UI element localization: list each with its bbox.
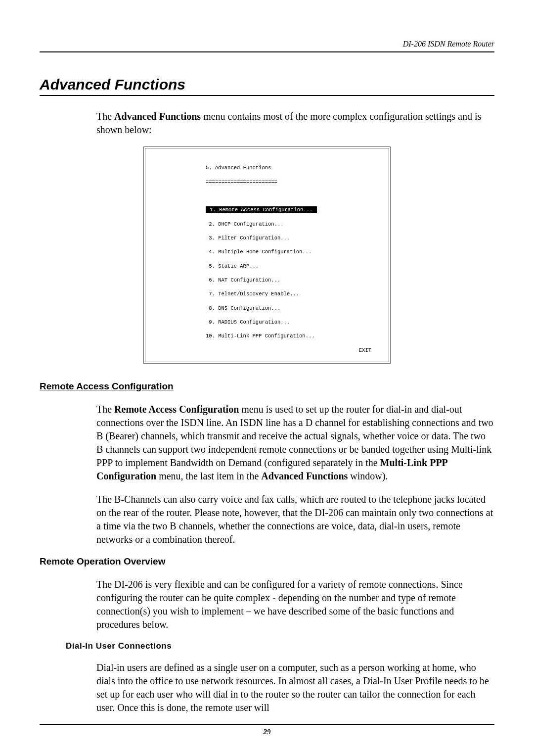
terminal-menu-item: 6. NAT Configuration... (206, 277, 383, 284)
title-underline (40, 95, 494, 96)
page-number: 29 (40, 728, 494, 736)
terminal-menu-item: 3. Filter Configuration... (206, 235, 383, 241)
terminal-menu-item: 4. Multiple Home Configuration... (206, 248, 383, 255)
section-heading-remote-access: Remote Access Configuration (40, 381, 494, 392)
terminal-menu-item: 9. RADIUS Configuration... (206, 319, 383, 326)
intro-paragraph: The Advanced Functions menu contains mos… (96, 110, 494, 137)
terminal-menu-item: 7. Telnet/Discovery Enable... (206, 290, 383, 297)
terminal-underline: ======================= (206, 179, 383, 186)
remote-operation-para1: The DI-206 is very flexible and can be c… (96, 578, 494, 631)
terminal-menu-item: 5. Static ARP... (206, 263, 383, 270)
terminal-title: 5. Advanced Functions (206, 164, 383, 171)
page-title: Advanced Functions (40, 76, 494, 93)
terminal-exit: EXIT (359, 347, 371, 354)
terminal-menu-item-selected: 1. Remote Access Configuration... (206, 206, 317, 213)
terminal-content: 5. Advanced Functions ==================… (151, 157, 383, 354)
terminal-menu-item: 8. DNS Configuration... (206, 305, 383, 312)
terminal-menu-item: 2. DHCP Configuration... (206, 221, 383, 228)
subsection-heading-dialin: Dial-In User Connections (66, 641, 494, 651)
section-heading-remote-operation: Remote Operation Overview (40, 556, 494, 567)
header-rule (40, 51, 494, 52)
terminal-screenshot: 5. Advanced Functions ==================… (143, 146, 391, 364)
footer-rule (40, 724, 494, 725)
remote-access-para2: The B-Channels can also carry voice and … (96, 493, 494, 546)
terminal-menu-item: 10. Multi-Link PPP Configuration... (206, 332, 383, 339)
remote-access-para1: The Remote Access Configuration menu is … (96, 403, 494, 483)
running-header: DI-206 ISDN Remote Router (40, 40, 494, 48)
dialin-para1: Dial-in users are defined as a single us… (96, 661, 494, 714)
page-footer: 29 (40, 724, 494, 736)
